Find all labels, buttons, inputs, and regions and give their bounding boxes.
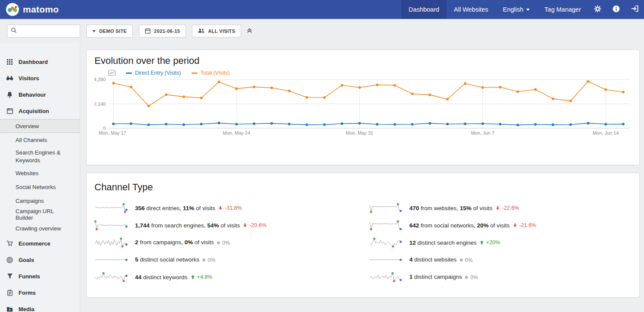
channel-metric-row: 5 distinct social networks0%: [94, 251, 369, 268]
left-sidebar: DashboardVisitorsBehaviourAcquisitionOve…: [0, 43, 80, 312]
sidebar-item-label: Social Networks: [16, 184, 56, 190]
site-selector-button[interactable]: DEMO SITE: [86, 25, 133, 38]
sign-in-button[interactable]: [625, 0, 644, 19]
sidebar-item-label: Search Engines & Keywords: [16, 149, 67, 164]
sidebar-item-label: Forms: [19, 290, 36, 296]
data-point: [569, 100, 572, 102]
nav-item-all-websites[interactable]: All Websites: [446, 0, 496, 19]
sidebar-item-label: Media: [19, 306, 35, 312]
nav-item-tag-manager[interactable]: Tag Manager: [537, 0, 588, 19]
data-point: [253, 123, 255, 125]
sidebar-item-label: Behaviour: [19, 91, 46, 98]
sparkline: [369, 254, 403, 266]
nav-item-dashboard[interactable]: Dashboard: [401, 0, 446, 19]
sparkline: [369, 271, 403, 283]
sidebar-item-acquisition[interactable]: Acquisition: [0, 103, 80, 119]
date-selector-button[interactable]: 2021-06-15: [139, 25, 186, 38]
metric-value: 4: [409, 256, 413, 263]
sidebar-item-label: Campaign URL Builder: [16, 208, 67, 221]
data-point: [429, 122, 431, 125]
data-point: [270, 87, 273, 89]
data-point: [358, 122, 361, 125]
caret-down-icon: [92, 30, 96, 32]
metric-percent: 20%: [477, 222, 489, 229]
matomo-logo-icon: [6, 3, 19, 16]
search-box[interactable]: [7, 25, 80, 38]
sidebar-item-search-engines-keywords[interactable]: Search Engines & Keywords: [0, 147, 80, 166]
sidebar-item-all-channels[interactable]: All Channels: [0, 133, 80, 147]
spark-last-dot: [125, 243, 127, 246]
matomo-logo[interactable]: matomo: [0, 0, 59, 19]
sidebar-item-funnels[interactable]: Funnels: [0, 268, 80, 284]
nav-item-english[interactable]: English: [496, 0, 537, 19]
data-point: [305, 96, 308, 99]
sidebar-item-behaviour[interactable]: Behaviour: [0, 86, 80, 103]
metric-text: 1,744 from search engines, 54% of visits…: [135, 222, 267, 229]
sidebar-item-visitors[interactable]: Visitors: [0, 70, 80, 86]
metric-text: 356 direct entries, 11% of visits-31.8%: [135, 205, 242, 211]
trend-percent: -22.6%: [502, 205, 519, 211]
media-icon: [6, 306, 13, 312]
data-point: [218, 81, 220, 83]
y-axis-label: 4,280: [94, 77, 106, 82]
sparkline: [94, 236, 129, 249]
spark-max-dot: [102, 272, 104, 274]
sidebar-item-campaigns[interactable]: Campaigns: [0, 194, 80, 208]
behaviour-bell-icon: [6, 91, 13, 98]
data-point: [376, 123, 378, 126]
spark-min-dot: [392, 245, 394, 247]
data-point: [481, 122, 484, 125]
collapse-selectors-button[interactable]: [247, 27, 252, 35]
spark-min-dot: [370, 211, 372, 213]
sidebar-item-label: Campaigns: [16, 198, 44, 204]
site-selector-label: DEMO SITE: [99, 28, 127, 34]
data-point: [393, 123, 396, 126]
settings-button[interactable]: [588, 0, 607, 19]
sidebar-item-forms[interactable]: Forms: [0, 284, 80, 301]
spark-min-dot: [123, 280, 125, 282]
spark-min-dot: [121, 245, 123, 247]
spark-max-dot: [397, 220, 399, 222]
search-input[interactable]: [19, 28, 76, 34]
sidebar-item-dashboard[interactable]: Dashboard: [0, 54, 80, 70]
sidebar-item-goals[interactable]: Goals: [0, 252, 80, 268]
data-point: [358, 86, 361, 89]
sidebar-item-campaign-url-builder[interactable]: Campaign URL Builder: [0, 208, 80, 221]
evolution-chart[interactable]: 02,1404,280Mon, May 17Mon, May 24Mon, Ma…: [94, 74, 632, 139]
trend-flat-icon: [202, 258, 205, 262]
brand-name: matomo: [23, 4, 59, 15]
data-point: [235, 123, 238, 126]
forms-icon: [6, 290, 13, 296]
trend-indicator: +20%: [480, 240, 500, 246]
channel-metric-row: 1,744 from search engines, 54% of visits…: [94, 217, 369, 234]
spark-last-dot: [399, 258, 402, 261]
help-button[interactable]: [607, 0, 625, 19]
trend-percent: 0%: [222, 240, 230, 246]
sidebar-item-crawling-overview[interactable]: Crawling overview: [0, 221, 80, 235]
data-point: [587, 122, 589, 124]
data-point: [200, 123, 203, 125]
data-point: [112, 82, 115, 85]
x-axis-label: Mon, May 17: [99, 130, 126, 136]
x-axis-label: Mon, Jun 14: [593, 130, 619, 136]
sidebar-item-overview[interactable]: Overview: [0, 119, 80, 133]
data-point: [148, 123, 150, 126]
metric-value: 470: [409, 205, 419, 211]
data-point: [130, 85, 132, 88]
segment-selector-button[interactable]: ALL VISITS: [192, 25, 241, 38]
trend-down-icon: [496, 206, 500, 210]
data-point: [411, 93, 414, 95]
data-point: [516, 124, 519, 126]
sidebar-item-ecommerce[interactable]: Ecommerce: [0, 235, 80, 252]
trend-indicator: -20.6%: [243, 222, 267, 228]
spark-max-dot: [120, 237, 122, 240]
channel-metric-row: 4 distinct websites0%: [369, 251, 631, 268]
metric-percent: 0%: [185, 239, 193, 246]
trend-flat-icon: [217, 241, 220, 244]
sidebar-item-social-networks[interactable]: Social Networks: [0, 180, 80, 194]
trend-flat-icon: [460, 258, 463, 262]
data-point: [622, 123, 625, 126]
sidebar-item-media[interactable]: Media: [0, 301, 80, 312]
sidebar-item-label: Overview: [16, 123, 39, 129]
sidebar-item-websites[interactable]: Websites: [0, 166, 80, 180]
